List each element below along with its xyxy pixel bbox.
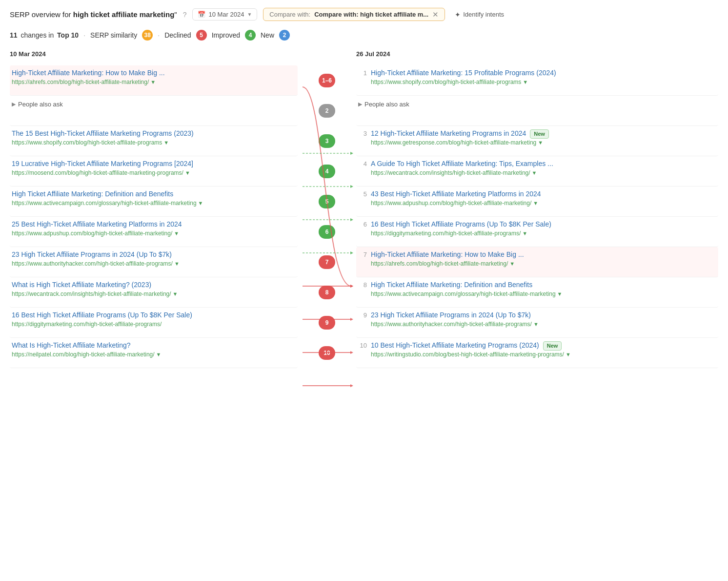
help-icon[interactable]: ? bbox=[183, 11, 187, 19]
dropdown-arrow[interactable]: ▼ bbox=[566, 351, 571, 358]
right-row: 616 Best High Ticket Affiliate Programs … bbox=[356, 217, 718, 247]
dropdown-arrow[interactable]: ▼ bbox=[174, 230, 179, 237]
serp-url: https://www.getresponse.com/blog/high-ti… bbox=[371, 139, 716, 147]
left-row: High Ticket Affiliate Marketing: Definit… bbox=[10, 187, 298, 217]
dropdown-arrow[interactable]: ▼ bbox=[185, 169, 190, 177]
paa-arrow: ▶ bbox=[358, 101, 362, 107]
serp-item-right-0: High-Ticket Affiliate Marketing: 15 Prof… bbox=[371, 68, 716, 86]
right-rows: 1High-Ticket Affiliate Marketing: 15 Pro… bbox=[356, 65, 718, 368]
dropdown-arrow[interactable]: ▼ bbox=[523, 79, 528, 86]
paa-label: People also ask bbox=[364, 101, 409, 108]
serp-title[interactable]: 23 High Ticket Affiliate Programs in 202… bbox=[12, 250, 296, 260]
right-pos-label: 4 bbox=[358, 159, 367, 167]
svg-marker-1 bbox=[350, 152, 353, 155]
identify-intents-button[interactable]: ✦ Identify intents bbox=[455, 11, 504, 19]
left-row: The 15 Best High-Ticket Affiliate Market… bbox=[10, 126, 298, 156]
serp-item-right-8: 23 High Ticket Affiliate Programs in 202… bbox=[371, 311, 716, 328]
close-icon[interactable]: ✕ bbox=[432, 11, 439, 18]
right-row: 7High-Ticket Affiliate Marketing: How to… bbox=[356, 247, 718, 277]
dropdown-arrow[interactable]: ▼ bbox=[533, 321, 539, 328]
dropdown-arrow[interactable]: ▼ bbox=[174, 260, 180, 268]
dropdown-arrow[interactable]: ▼ bbox=[533, 200, 538, 207]
serp-url: https://moosend.com/blog/high-ticket-aff… bbox=[12, 169, 296, 177]
declined-badge: 5 bbox=[196, 30, 207, 41]
paa-row: ▶ People also ask bbox=[12, 99, 296, 110]
serp-title[interactable]: High Ticket Affiliate Marketing: Definit… bbox=[12, 189, 296, 199]
right-pos-label: 5 bbox=[358, 189, 367, 198]
serp-item-right-9: 10 Best High-Ticket Affiliate Marketing … bbox=[371, 341, 716, 359]
serp-title[interactable]: The 15 Best High-Ticket Affiliate Market… bbox=[12, 129, 296, 139]
right-pos-label: 10 bbox=[358, 341, 367, 349]
dropdown-arrow[interactable]: ▼ bbox=[522, 230, 527, 237]
right-row: 312 High-Ticket Affiliate Marketing Prog… bbox=[356, 126, 718, 156]
dropdown-arrow[interactable]: ▼ bbox=[156, 351, 162, 358]
paa-label: People also ask bbox=[18, 101, 63, 108]
serp-title[interactable]: What is High Ticket Affiliate Marketing?… bbox=[12, 280, 296, 290]
serp-url: https://www.authorityhacker.com/high-tic… bbox=[12, 260, 296, 268]
serp-url: https://ahrefs.com/blog/high-ticket-affi… bbox=[12, 78, 296, 86]
right-pos-label: 3 bbox=[358, 129, 367, 137]
serp-title[interactable]: 25 Best High-Ticket Affiliate Marketing … bbox=[12, 220, 296, 229]
right-pos-label: 9 bbox=[358, 311, 367, 319]
dropdown-arrow[interactable]: ▼ bbox=[532, 169, 537, 177]
serp-item-left-4: High Ticket Affiliate Marketing: Definit… bbox=[12, 189, 296, 207]
serp-item-left-0: High-Ticket Affiliate Marketing: How to … bbox=[12, 68, 296, 86]
dropdown-arrow[interactable]: ▼ bbox=[173, 290, 178, 298]
serp-item-right-1: ▶ People also ask bbox=[358, 99, 716, 110]
right-pos-label: 8 bbox=[358, 280, 367, 289]
serp-title[interactable]: What Is High-Ticket Affiliate Marketing? bbox=[12, 341, 296, 351]
left-date-header: 10 Mar 2024 bbox=[10, 50, 298, 60]
dropdown-arrow[interactable]: ▼ bbox=[150, 79, 156, 86]
dropdown-arrow[interactable]: ▼ bbox=[198, 200, 203, 207]
serp-url: https://www.authorityhacker.com/high-tic… bbox=[371, 320, 716, 329]
date-selector[interactable]: 📅 10 Mar 2024 ▼ bbox=[192, 8, 257, 21]
right-row: 4A Guide To High Ticket Affiliate Market… bbox=[356, 156, 718, 187]
serp-item-left-2: The 15 Best High-Ticket Affiliate Market… bbox=[12, 129, 296, 146]
serp-title[interactable]: 19 Lucrative High-Ticket Affiliate Marke… bbox=[12, 159, 296, 169]
serp-title[interactable]: A Guide To High Ticket Affiliate Marketi… bbox=[371, 159, 716, 169]
dropdown-arrow[interactable]: ▼ bbox=[509, 260, 515, 268]
serp-item-left-1: ▶ People also ask bbox=[12, 99, 296, 110]
dropdown-arrow[interactable]: ▼ bbox=[538, 139, 543, 146]
chevron-down-icon: ▼ bbox=[247, 12, 252, 17]
right-row: 1010 Best High-Ticket Affiliate Marketin… bbox=[356, 338, 718, 368]
similarity-label: SERP similarity bbox=[90, 31, 137, 39]
right-pos-label: 6 bbox=[358, 220, 367, 228]
rank-badge: 8 bbox=[319, 286, 335, 299]
serp-item-left-7: What is High Ticket Affiliate Marketing?… bbox=[12, 280, 296, 298]
left-column: 10 Mar 2024 High-Ticket Affiliate Market… bbox=[10, 50, 298, 368]
right-pos-label: 7 bbox=[358, 250, 367, 258]
dropdown-arrow[interactable]: ▼ bbox=[557, 290, 563, 298]
rank-badge: 7 bbox=[319, 255, 335, 269]
svg-marker-2 bbox=[350, 185, 353, 188]
serp-title[interactable]: 12 High-Ticket Affiliate Marketing Progr… bbox=[371, 129, 716, 139]
serp-url: https://neilpatel.com/blog/high-ticket-a… bbox=[12, 351, 296, 359]
serp-title[interactable]: High-Ticket Affiliate Marketing: 15 Prof… bbox=[371, 68, 716, 78]
new-badge: 2 bbox=[279, 30, 290, 41]
serp-item-left-6: 23 High Ticket Affiliate Programs in 202… bbox=[12, 250, 296, 268]
serp-title[interactable]: High Ticket Affiliate Marketing: Definit… bbox=[371, 280, 716, 290]
dropdown-arrow[interactable]: ▼ bbox=[163, 139, 169, 146]
serp-title[interactable]: High-Ticket Affiliate Marketing: How to … bbox=[12, 68, 296, 78]
serp-title[interactable]: High-Ticket Affiliate Marketing: How to … bbox=[371, 250, 716, 260]
serp-title[interactable]: 23 High Ticket Affiliate Programs in 202… bbox=[371, 311, 716, 320]
serp-url: https://www.shopify.com/blog/high-ticket… bbox=[371, 78, 716, 86]
center-column: — 1–62345678910 bbox=[298, 50, 356, 368]
right-row: 543 Best High-Ticket Affiliate Marketing… bbox=[356, 187, 718, 217]
page-title: SERP overview for high ticket affiliate … bbox=[10, 10, 177, 19]
serp-item-right-5: 16 Best High Ticket Affiliate Programs (… bbox=[371, 220, 716, 237]
right-row: 8High Ticket Affiliate Marketing: Defini… bbox=[356, 277, 718, 308]
serp-title[interactable]: 16 Best High Ticket Affiliate Programs (… bbox=[371, 220, 716, 229]
serp-title[interactable]: 16 Best High Ticket Affiliate Programs (… bbox=[12, 311, 296, 320]
connector-svg bbox=[298, 68, 356, 239]
date-label: 10 Mar 2024 bbox=[208, 11, 244, 18]
svg-marker-3 bbox=[350, 218, 353, 221]
serp-title[interactable]: 10 Best High-Ticket Affiliate Marketing … bbox=[371, 341, 716, 351]
serp-item-left-8: 16 Best High Ticket Affiliate Programs (… bbox=[12, 311, 296, 328]
serp-item-right-7: High Ticket Affiliate Marketing: Definit… bbox=[371, 280, 716, 298]
serp-title[interactable]: 43 Best High-Ticket Affiliate Marketing … bbox=[371, 189, 716, 199]
new-tag: New bbox=[530, 129, 549, 139]
serp-url: https://www.adpushup.com/blog/high-ticke… bbox=[12, 229, 296, 238]
left-row: 25 Best High-Ticket Affiliate Marketing … bbox=[10, 217, 298, 247]
serp-item-right-2: 12 High-Ticket Affiliate Marketing Progr… bbox=[371, 129, 716, 147]
